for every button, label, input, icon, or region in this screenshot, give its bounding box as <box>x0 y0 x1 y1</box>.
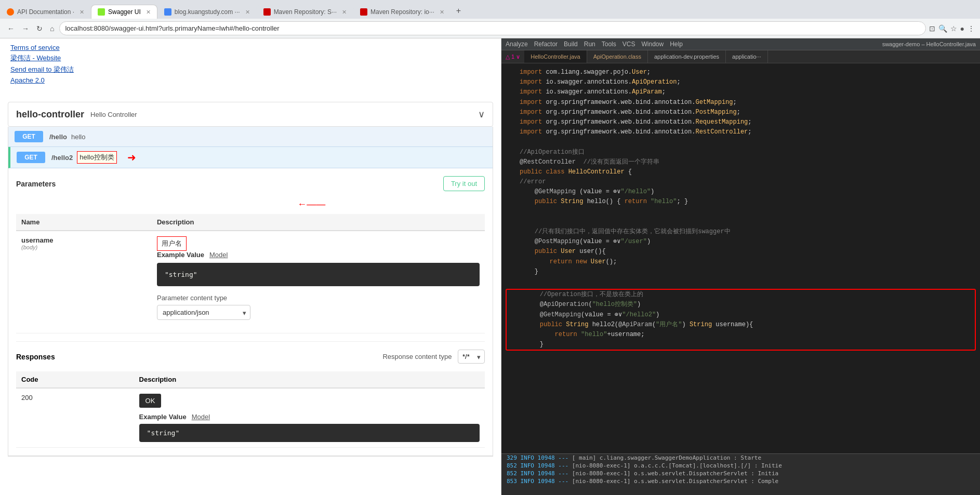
tab-close-maven1[interactable]: ✕ <box>342 9 347 16</box>
terms-of-service-link[interactable]: Terms of service <box>10 44 491 51</box>
code-line-getmapping1: @GetMapping (value = ⊚∨"/hello") <box>501 187 980 197</box>
ide-tab-apioperation[interactable]: ApiOperation.class <box>587 50 648 63</box>
code-line-return-user: return new User(); <box>501 257 980 267</box>
log-line-4: 853 INFO 10948 --- [nio-8080-exec-1] o.s… <box>501 477 980 485</box>
tab-label-api-doc: API Documentation · <box>17 8 74 16</box>
ide-tab-label-hello: HelloController.java <box>531 53 580 60</box>
browser-chrome: API Documentation · ✕ Swagger UI ✕ blog.… <box>0 0 980 38</box>
tab-close-maven2[interactable]: ✕ <box>440 9 444 16</box>
tab-favicon-maven1 <box>263 8 271 16</box>
ide-menu-bar: Analyze Refactor Build Run Tools VCS Win… <box>506 41 683 48</box>
param-desc-box: 用户名 <box>157 236 187 251</box>
code-line-import3: import io.swagger.annotations.ApiParam; <box>501 87 980 97</box>
ide-tab-app[interactable]: applicatio··· <box>726 50 768 63</box>
license-link[interactable]: Apache 2.0 <box>10 76 491 84</box>
tab-favicon-swagger <box>98 8 105 16</box>
menu-icon[interactable]: ⋮ <box>968 24 975 33</box>
tab-label-maven2: Maven Repository: io··· <box>370 8 434 16</box>
code-line-hello2-method: public String hello2(@ApiParam("用户名") St… <box>507 320 975 330</box>
ide-tab-appdev[interactable]: application-dev.properties <box>648 50 726 63</box>
tab-api-doc[interactable]: API Documentation · ✕ <box>0 5 91 19</box>
response-model-tab[interactable]: Model <box>192 413 210 421</box>
ide-menu-help[interactable]: Help <box>670 41 683 48</box>
log-line-1: 329 INFO 10948 --- [ main] c.liang.swagg… <box>501 454 980 462</box>
search-icon[interactable]: 🔍 <box>938 24 947 33</box>
ide-tab-label-apiop: ApiOperation.class <box>593 53 641 60</box>
home-button[interactable]: ⌂ <box>48 22 56 35</box>
ide-menu-refactor[interactable]: Refactor <box>534 41 558 48</box>
email-link[interactable]: Send email to 梁伟洁 <box>10 65 491 74</box>
example-value-tab[interactable]: Example Value <box>157 251 204 259</box>
tab-swagger-ui[interactable]: Swagger UI ✕ <box>91 5 157 19</box>
code-line-op-comment: //Operation接口，不是放在类上的 <box>507 290 975 300</box>
swagger-sidebar-links: Terms of service 梁伟洁 - Website Send emai… <box>0 38 501 91</box>
code-line-blank4 <box>501 277 980 287</box>
tab-label-blog: blog.kuangstudy.com ··· <box>175 8 240 16</box>
tab-label-maven1: Maven Repository: S··· <box>274 8 337 16</box>
ide-menu-window[interactable]: Window <box>641 41 664 48</box>
code-line-comment1: //ApiOperation接口 <box>501 148 980 157</box>
endpoint-toolbar: Parameters Try it out <box>16 176 485 191</box>
swagger-panel: Terms of service 梁伟洁 - Website Send emai… <box>0 38 501 495</box>
address-bar-row: ← → ↻ ⌂ ⊡ 🔍 ☆ ● ⋮ <box>0 19 980 38</box>
responses-section: Responses Response content type */* ▾ <box>16 341 485 448</box>
code-line-import1: import com.liang.swagger.pojo.User; <box>501 68 980 77</box>
code-line-apioperation: @ApiOperation("hello控制类") <box>507 300 975 310</box>
tab-maven2[interactable]: Maven Repository: io··· ✕ <box>353 5 451 19</box>
tab-favicon-api-doc <box>7 8 14 16</box>
cast-icon[interactable]: ⊡ <box>929 24 935 33</box>
forward-button[interactable]: → <box>20 22 31 35</box>
tab-close-swagger[interactable]: ✕ <box>146 9 151 16</box>
website-link[interactable]: 梁伟洁 - Website <box>10 53 491 63</box>
endpoint-get-hello[interactable]: GET /hello hello <box>8 127 493 147</box>
params-col-name: Name <box>16 214 152 231</box>
refresh-button[interactable]: ↻ <box>34 22 45 35</box>
params-col-desc: Description <box>152 214 485 231</box>
params-section-label: Parameters <box>16 180 56 188</box>
back-button[interactable]: ← <box>5 22 17 35</box>
tab-close-api-doc[interactable]: ✕ <box>80 9 84 16</box>
try-it-out-button[interactable]: Try it out <box>443 176 485 191</box>
controller-name: hello-controller <box>16 109 84 120</box>
params-table: Name Description username (body) <box>16 214 485 333</box>
ide-menu-vcs[interactable]: VCS <box>623 41 635 48</box>
ide-menu-build[interactable]: Build <box>564 41 578 48</box>
content-type-label: Parameter content type <box>157 294 480 302</box>
code-line-user-method: public User user(){ <box>501 247 980 257</box>
tab-close-blog[interactable]: ✕ <box>245 9 250 16</box>
ide-panel: Analyze Refactor Build Run Tools VCS Win… <box>501 38 980 495</box>
response-desc-ok: OK <box>139 394 162 408</box>
ide-menu-run[interactable]: Run <box>584 41 595 48</box>
response-example-value-tab[interactable]: Example Value <box>139 413 187 421</box>
log-line-2: 852 INFO 10948 --- [nio-8080-exec-1] o.a… <box>501 462 980 470</box>
responses-label: Responses <box>16 353 55 361</box>
ide-menu-analyze[interactable]: Analyze <box>506 41 528 48</box>
arrow-right-icon: ➜ <box>127 151 136 164</box>
model-tab[interactable]: Model <box>209 251 228 259</box>
endpoint-get-hello2[interactable]: GET /hello2 hello控制类 ➜ <box>8 147 493 168</box>
tab-blog[interactable]: blog.kuangstudy.com ··· ✕ <box>157 5 257 19</box>
ide-tabs-bar: △ 1 ∨ HelloController.java ApiOperation.… <box>501 50 980 63</box>
code-line-comment2: //只有我们接口中，返回值中存在实体类，它就会被扫描到swagger中 <box>501 227 980 237</box>
tab-maven1[interactable]: Maven Repository: S··· ✕ <box>257 5 353 19</box>
bookmark-icon[interactable]: ☆ <box>950 24 957 33</box>
code-line-blank1 <box>501 137 980 147</box>
controller-header[interactable]: hello-controller Hello Controller ∨ <box>8 102 493 127</box>
controller-chevron-icon: ∨ <box>478 109 485 120</box>
tab-favicon-maven2 <box>360 8 367 16</box>
ide-tab-label-app: applicatio··· <box>732 53 761 60</box>
profile-icon[interactable]: ● <box>960 24 964 33</box>
code-line-hello-method: public String hello() { return "hello"; … <box>501 197 980 207</box>
ide-tab-hellocontroller[interactable]: HelloController.java <box>524 50 587 63</box>
content-type-select[interactable]: application/json <box>157 305 250 320</box>
response-col-desc: Description <box>134 371 485 388</box>
ide-menu-tools[interactable]: Tools <box>602 41 616 48</box>
response-content-type-select[interactable]: */* <box>458 350 485 364</box>
new-tab-button[interactable]: + <box>451 3 466 19</box>
log-line-3: 852 INFO 10948 --- [nio-8080-exec-1] o.s… <box>501 470 980 477</box>
code-line-import2: import io.swagger.annotations.ApiOperati… <box>501 77 980 87</box>
method-badge-get-hello2: GET <box>17 152 45 163</box>
response-example-tabs: Example Value Model <box>139 413 480 421</box>
address-bar-input[interactable] <box>59 21 925 35</box>
param-name-username: username <box>21 236 147 244</box>
